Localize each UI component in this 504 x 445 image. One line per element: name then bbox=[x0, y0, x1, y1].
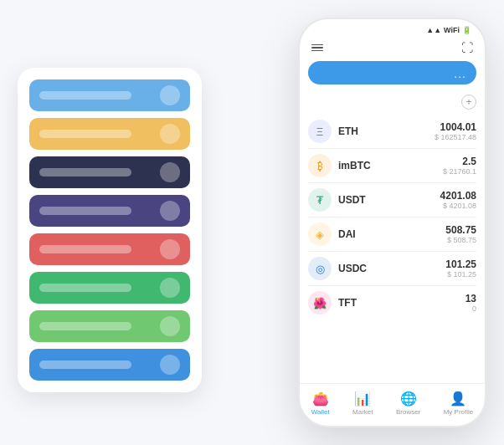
stack-card-icon-1 bbox=[160, 124, 180, 144]
asset-item-imbtc[interactable]: ₿imBTC2.5$ 21760.1 bbox=[300, 149, 485, 182]
nav-item-market[interactable]: 📊Market bbox=[352, 391, 373, 416]
asset-list: ΞETH1004.01$ 162517.48₿imBTC2.5$ 21760.1… bbox=[300, 115, 485, 383]
stack-card-bar-0 bbox=[39, 91, 131, 100]
stack-card-7[interactable] bbox=[29, 349, 190, 381]
asset-amount-imbtc: 2.5 bbox=[443, 156, 476, 167]
stack-card-bar-5 bbox=[39, 284, 131, 292]
stack-card-bar-7 bbox=[39, 361, 131, 369]
stack-card-4[interactable] bbox=[29, 233, 190, 265]
phone: ▲▲ WiFi 🔋 ⛶ ··· bbox=[298, 18, 486, 427]
stack-card-bar-4 bbox=[39, 245, 131, 253]
nav-item-browser[interactable]: 🌐Browser bbox=[396, 391, 420, 416]
asset-name-usdc: USDC bbox=[338, 263, 439, 274]
asset-usd-usdt: $ 4201.08 bbox=[440, 202, 476, 210]
status-icons: ▲▲ WiFi 🔋 bbox=[426, 26, 471, 34]
asset-icon-tft: 🌺 bbox=[308, 291, 332, 315]
expand-icon[interactable]: ⛶ bbox=[461, 41, 473, 54]
nav-label-wallet: Wallet bbox=[311, 408, 330, 416]
asset-item-tft[interactable]: 🌺TFT130 bbox=[300, 286, 485, 320]
asset-icon-imbtc: ₿ bbox=[308, 154, 332, 177]
phone-header: ⛶ bbox=[300, 38, 485, 61]
asset-usd-usdc: $ 101.25 bbox=[445, 270, 476, 279]
asset-name-tft: TFT bbox=[338, 297, 459, 309]
stack-card-5[interactable] bbox=[29, 272, 190, 304]
asset-icon-eth: Ξ bbox=[308, 120, 332, 143]
asset-icon-usdc: ◎ bbox=[308, 257, 332, 280]
asset-item-dai[interactable]: ◈DAI508.75$ 508.75 bbox=[300, 217, 485, 251]
asset-amount-dai: 508.75 bbox=[445, 224, 476, 236]
stack-card-bar-3 bbox=[39, 207, 131, 215]
asset-icon-dai: ◈ bbox=[308, 222, 332, 246]
nav-item-my-profile[interactable]: 👤My Profile bbox=[444, 391, 474, 416]
card-stack bbox=[18, 68, 202, 392]
stack-card-bar-2 bbox=[39, 168, 131, 176]
status-bar: ▲▲ WiFi 🔋 bbox=[300, 19, 485, 38]
bottom-nav: 👛Wallet📊Market🌐Browser👤My Profile bbox=[300, 383, 485, 426]
menu-icon[interactable] bbox=[311, 44, 323, 52]
asset-usd-eth: $ 162517.48 bbox=[435, 133, 476, 141]
nav-icon-wallet: 👛 bbox=[312, 391, 329, 407]
nav-icon-my-profile: 👤 bbox=[450, 391, 466, 407]
asset-values-dai: 508.75$ 508.75 bbox=[445, 224, 476, 244]
asset-icon-usdt: ₮ bbox=[308, 188, 332, 212]
asset-values-eth: 1004.01$ 162517.48 bbox=[435, 121, 476, 141]
asset-item-usdt[interactable]: ₮USDT4201.08$ 4201.08 bbox=[300, 183, 485, 217]
nav-icon-market: 📊 bbox=[354, 391, 371, 407]
stack-card-1[interactable] bbox=[29, 118, 190, 150]
scene: ▲▲ WiFi 🔋 ⛶ ··· bbox=[18, 18, 486, 427]
asset-values-usdt: 4201.08$ 4201.08 bbox=[440, 190, 476, 210]
stack-card-icon-6 bbox=[160, 316, 180, 336]
stack-card-bar-1 bbox=[39, 130, 131, 138]
stack-card-0[interactable] bbox=[29, 79, 190, 111]
asset-amount-usdc: 101.25 bbox=[445, 258, 476, 270]
stack-card-icon-7 bbox=[160, 355, 180, 375]
stack-card-6[interactable] bbox=[29, 310, 190, 342]
asset-values-tft: 130 bbox=[465, 293, 476, 313]
nav-label-browser: Browser bbox=[396, 408, 420, 416]
stack-card-3[interactable] bbox=[29, 195, 190, 227]
phone-content: ··· + ΞETH1004.01$ 162517.48₿imBTC2.5$ 2… bbox=[300, 61, 485, 383]
stack-card-icon-3 bbox=[160, 201, 180, 221]
asset-name-usdt: USDT bbox=[338, 194, 434, 206]
add-asset-button[interactable]: + bbox=[461, 95, 476, 110]
asset-usd-tft: 0 bbox=[465, 304, 476, 313]
asset-name-imbtc: imBTC bbox=[338, 160, 436, 171]
stack-card-icon-0 bbox=[160, 85, 180, 105]
eth-card-menu[interactable]: ··· bbox=[454, 69, 466, 83]
nav-icon-browser: 🌐 bbox=[400, 391, 417, 407]
stack-card-icon-4 bbox=[160, 239, 180, 259]
nav-item-wallet[interactable]: 👛Wallet bbox=[311, 391, 330, 416]
nav-label-my-profile: My Profile bbox=[444, 408, 474, 416]
eth-wallet-card[interactable]: ··· bbox=[308, 61, 476, 84]
asset-values-usdc: 101.25$ 101.25 bbox=[445, 258, 476, 279]
asset-amount-eth: 1004.01 bbox=[435, 121, 476, 133]
asset-amount-usdt: 4201.08 bbox=[440, 190, 476, 202]
stack-card-icon-2 bbox=[160, 162, 180, 182]
asset-usd-imbtc: $ 21760.1 bbox=[443, 167, 476, 176]
asset-usd-dai: $ 508.75 bbox=[445, 236, 476, 244]
assets-tabs: + bbox=[300, 93, 485, 115]
asset-name-dai: DAI bbox=[338, 228, 439, 240]
stack-card-bar-6 bbox=[39, 322, 131, 330]
stack-card-icon-5 bbox=[160, 278, 180, 298]
asset-item-usdc[interactable]: ◎USDC101.25$ 101.25 bbox=[300, 252, 485, 285]
asset-item-eth[interactable]: ΞETH1004.01$ 162517.48 bbox=[300, 115, 485, 148]
stack-card-2[interactable] bbox=[29, 156, 190, 188]
asset-amount-tft: 13 bbox=[465, 293, 476, 304]
nav-label-market: Market bbox=[352, 408, 373, 416]
asset-name-eth: ETH bbox=[338, 125, 428, 137]
asset-values-imbtc: 2.5$ 21760.1 bbox=[443, 156, 476, 176]
